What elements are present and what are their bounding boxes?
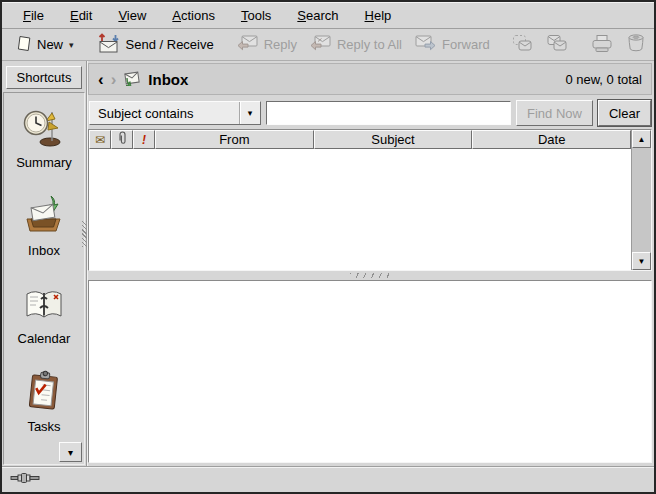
inbox-folder-icon	[123, 69, 141, 89]
pane-splitter[interactable]	[88, 271, 652, 280]
menu-help[interactable]: Help	[352, 4, 405, 27]
column-message-status[interactable]: ✉	[89, 130, 111, 149]
message-list-body	[89, 149, 631, 270]
column-date-label: Date	[538, 132, 565, 147]
column-subject-label: Subject	[371, 132, 414, 147]
column-from[interactable]: From	[155, 130, 314, 149]
search-bar: Subject contains ▾ Find Now Clear	[88, 97, 652, 129]
print-button[interactable]	[585, 31, 619, 59]
search-filter-value: Subject contains	[90, 102, 239, 124]
move-message-icon	[512, 34, 534, 55]
send-receive-button[interactable]: Send / Receive	[91, 30, 219, 59]
print-icon	[590, 34, 614, 56]
column-attachment[interactable]	[111, 130, 133, 149]
arrow-down-icon: ▼	[638, 257, 646, 266]
clear-label: Clear	[609, 106, 640, 121]
shortcut-panel: Summary Inbox	[3, 92, 85, 465]
reply-to-all-button[interactable]: Reply to All	[304, 31, 407, 58]
find-now-button[interactable]: Find Now	[516, 100, 593, 126]
reply-label: Reply	[264, 37, 297, 52]
inbox-icon	[21, 193, 67, 240]
message-list-header: ✉ ! From	[89, 130, 631, 149]
column-date[interactable]: Date	[472, 130, 631, 149]
column-subject[interactable]: Subject	[314, 130, 473, 149]
main-panel: ‹ › Inbox 0 new, 0 total S	[87, 61, 654, 466]
shortcut-calendar[interactable]: Calendar	[4, 281, 84, 346]
menu-actions[interactable]: Actions	[159, 4, 228, 27]
splitter-grip-icon	[350, 273, 390, 278]
send-receive-icon	[96, 33, 121, 56]
shortcuts-button[interactable]: Shortcuts	[6, 66, 82, 89]
status-bar	[2, 466, 654, 492]
column-priority[interactable]: !	[133, 130, 155, 149]
menu-view[interactable]: View	[105, 4, 159, 27]
priority-icon: !	[142, 133, 146, 147]
forward-icon	[414, 34, 437, 55]
pane-resize-grip[interactable]	[82, 221, 87, 247]
scroll-down-button[interactable]: ▼	[632, 252, 651, 270]
evolution-window: File Edit View Actions Tools Search Help…	[0, 0, 656, 494]
shortcut-scroll-down-button[interactable]: ▾	[59, 442, 82, 462]
toolbar: New ▾ Send / Receive	[2, 29, 654, 61]
folder-title: Inbox	[148, 71, 188, 88]
shortcut-summary-label: Summary	[16, 155, 72, 170]
message-list: ✉ ! From	[88, 129, 652, 271]
preview-pane	[88, 280, 652, 463]
body-row: Shortcuts Sum	[2, 61, 654, 466]
calendar-icon	[21, 281, 67, 328]
menu-bar: File Edit View Actions Tools Search Help	[2, 2, 654, 29]
reply-to-all-icon	[309, 34, 332, 55]
chevron-down-icon: ▾	[68, 447, 73, 458]
shortcut-summary[interactable]: Summary	[4, 105, 84, 170]
back-arrow-button[interactable]: ‹	[98, 71, 104, 88]
menu-search[interactable]: Search	[284, 4, 351, 27]
clear-button[interactable]: Clear	[598, 100, 651, 126]
shortcut-inbox-label: Inbox	[28, 243, 60, 258]
chevron-down-icon: ▾	[69, 40, 74, 50]
send-receive-label: Send / Receive	[126, 37, 214, 52]
folder-header: ‹ › Inbox 0 new, 0 total	[88, 63, 652, 95]
forward-arrow-button[interactable]: ›	[111, 71, 117, 88]
column-from-label: From	[219, 132, 249, 147]
reply-to-all-label: Reply to All	[337, 37, 402, 52]
scrollbar-trough[interactable]	[632, 148, 651, 252]
copy-message-icon	[546, 34, 568, 55]
trash-icon	[626, 33, 646, 56]
reply-icon	[236, 34, 259, 55]
shortcut-tasks[interactable]: Tasks	[4, 369, 84, 434]
paperclip-icon	[118, 131, 127, 148]
shortcut-bar: Shortcuts Sum	[2, 61, 87, 466]
shortcut-calendar-label: Calendar	[18, 331, 71, 346]
arrow-up-icon: ▲	[638, 135, 646, 144]
message-list-columns: ✉ ! From	[89, 130, 631, 270]
forward-button[interactable]: Forward	[409, 31, 495, 58]
menu-tools[interactable]: Tools	[228, 4, 284, 27]
menu-edit[interactable]: Edit	[57, 4, 105, 27]
envelope-icon: ✉	[95, 133, 105, 147]
shortcuts-button-label: Shortcuts	[17, 70, 72, 85]
tasks-icon	[21, 369, 67, 416]
message-count: 0 new, 0 total	[565, 72, 642, 87]
shortcut-inbox[interactable]: Inbox	[4, 193, 84, 258]
new-button[interactable]: New ▾	[12, 32, 79, 58]
online-status-plug-icon[interactable]	[10, 471, 44, 488]
forward-label: Forward	[442, 37, 490, 52]
shortcut-tasks-label: Tasks	[27, 419, 60, 434]
reply-button[interactable]: Reply	[231, 31, 302, 58]
copy-message-button[interactable]	[541, 31, 573, 58]
move-to-folder-button[interactable]	[507, 31, 539, 58]
new-document-icon	[17, 35, 32, 55]
find-now-label: Find Now	[527, 106, 582, 121]
search-input[interactable]	[266, 101, 511, 125]
combo-arrow-icon: ▾	[239, 102, 260, 124]
message-list-scrollbar: ▲ ▼	[631, 130, 651, 270]
new-button-label: New	[37, 37, 63, 52]
summary-icon	[21, 105, 67, 152]
menu-file[interactable]: File	[10, 4, 57, 27]
scroll-up-button[interactable]: ▲	[632, 130, 651, 148]
delete-button[interactable]	[621, 30, 651, 59]
search-filter-dropdown[interactable]: Subject contains ▾	[89, 101, 261, 125]
